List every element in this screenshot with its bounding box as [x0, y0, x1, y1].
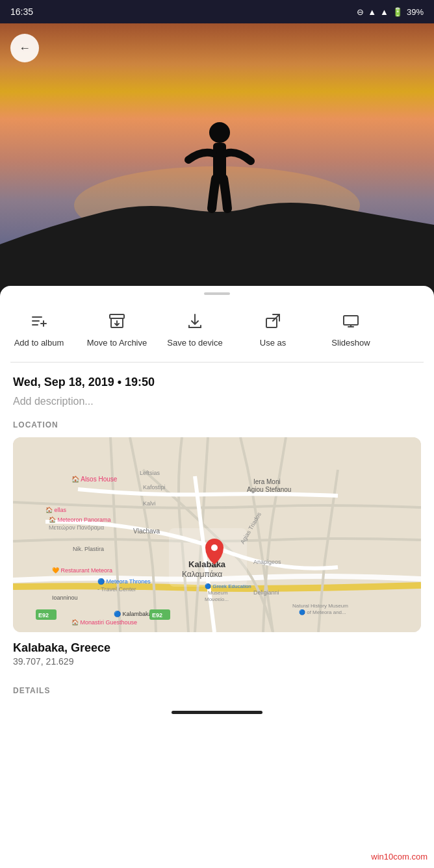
drag-handle-bar	[204, 292, 230, 295]
back-button[interactable]: ←	[10, 34, 39, 62]
svg-rect-2	[213, 143, 226, 179]
svg-text:Kalabaka: Kalabaka	[188, 559, 226, 569]
svg-text:Μουσείο...: Μουσείο...	[205, 596, 229, 602]
svg-text:E92: E92	[152, 612, 162, 619]
download-icon	[182, 308, 208, 334]
list-plus-icon	[26, 308, 52, 334]
location-name: Kalabaka, Greece	[13, 641, 421, 655]
svg-text:Nik. Plastira: Nik. Plastira	[73, 546, 104, 552]
svg-text:🏠 ellas: 🏠 ellas	[45, 506, 67, 514]
slideshow-icon	[338, 308, 364, 334]
svg-text:E92: E92	[38, 612, 49, 619]
photo-date: Wed, Sep 18, 2019 • 19:50	[13, 376, 421, 389]
svg-text:🏠 Alsos House: 🏠 Alsos House	[71, 475, 118, 483]
svg-text:Kafostipi: Kafostipi	[143, 484, 166, 491]
home-bar	[172, 711, 262, 714]
svg-text:🧡 Restaurant Meteora: 🧡 Restaurant Meteora	[52, 567, 112, 574]
save-to-device-label: Save to device	[167, 338, 222, 349]
svg-text:Museum: Museum	[208, 590, 228, 596]
map-container[interactable]: 🏠 Alsos House Iera Moni Agiou Stefanou 🏠…	[13, 437, 421, 632]
external-icon	[260, 308, 286, 334]
dnd-icon: ⊖	[357, 7, 364, 17]
battery-icon: 🔋	[392, 7, 403, 17]
svg-text:Μετεώρον Πανόραμα: Μετεώρον Πανόραμα	[49, 524, 104, 531]
actions-row: Add to album Move to Archive	[0, 299, 434, 362]
status-icons: ⊖ ▲ ▲ 🔋 39%	[357, 7, 424, 17]
svg-text:Agiou Stefanou: Agiou Stefanou	[247, 486, 291, 493]
svg-point-50	[211, 544, 218, 551]
location-label: LOCATION	[13, 420, 421, 429]
action-use-as[interactable]: Use as	[234, 305, 312, 351]
svg-text:🔵 Meteora Thrones: 🔵 Meteora Thrones	[97, 578, 151, 585]
archive-down-icon	[104, 308, 130, 334]
svg-text:🏠 Monastiri Guesthouse: 🏠 Monastiri Guesthouse	[71, 619, 137, 626]
battery-percent: 39%	[407, 7, 424, 17]
add-to-album-label: Add to album	[14, 338, 64, 349]
svg-text:Iera Moni: Iera Moni	[253, 478, 281, 485]
svg-rect-13	[344, 316, 358, 325]
svg-text:Vlachava: Vlachava	[133, 528, 160, 535]
svg-text:🏠 Meteoron Panorama: 🏠 Meteoron Panorama	[49, 516, 111, 524]
drag-handle[interactable]	[0, 286, 434, 299]
svg-text:Leftsias: Leftsias	[140, 470, 160, 476]
slideshow-label: Slideshow	[331, 338, 370, 349]
add-description[interactable]: Add description...	[13, 396, 421, 407]
time: 16:35	[10, 6, 33, 17]
photo-scene	[0, 23, 434, 296]
svg-text:Deligianni: Deligianni	[253, 589, 279, 596]
wifi-icon: ▲	[368, 7, 376, 17]
map-view: 🏠 Alsos House Iera Moni Agiou Stefanou 🏠…	[13, 437, 421, 632]
action-move-to-archive[interactable]: Move to Archive	[78, 305, 156, 351]
action-slideshow[interactable]: Slideshow	[312, 305, 390, 351]
svg-text:Anapigeos: Anapigeos	[253, 559, 281, 565]
svg-text:Καλαμπάκα: Καλαμπάκα	[182, 570, 222, 579]
svg-text:Kalvi: Kalvi	[143, 500, 156, 507]
status-bar: 16:35 ⊖ ▲ ▲ 🔋 39%	[0, 0, 434, 23]
photo-view: ←	[0, 23, 434, 296]
home-indicator	[0, 706, 434, 718]
svg-rect-11	[266, 318, 277, 327]
use-as-label: Use as	[260, 338, 286, 349]
metadata-section: Wed, Sep 18, 2019 • 19:50 Add descriptio…	[0, 363, 434, 686]
location-coords: 39.707, 21.629	[13, 656, 421, 667]
svg-text:🔵 Kalambaka: 🔵 Kalambaka	[114, 610, 152, 618]
svg-rect-8	[110, 314, 124, 318]
svg-text:Ioanninou: Ioanninou	[52, 594, 78, 601]
svg-text:Natural History Museum: Natural History Museum	[292, 603, 348, 609]
svg-text:- Travel Center: - Travel Center	[97, 586, 136, 593]
details-label: DETAILS	[0, 686, 434, 706]
watermark: win10com.com	[371, 852, 428, 862]
svg-text:🔵 Greek Education: 🔵 Greek Education	[205, 583, 251, 589]
move-to-archive-label: Move to Archive	[87, 338, 147, 349]
bottom-sheet: Add to album Move to Archive	[0, 286, 434, 718]
action-add-to-album[interactable]: Add to album	[0, 305, 78, 351]
signal-icon: ▲	[380, 7, 389, 17]
svg-point-1	[209, 122, 230, 143]
action-save-to-device[interactable]: Save to device	[156, 305, 234, 351]
svg-text:🔵 of Meteora and...: 🔵 of Meteora and...	[299, 609, 346, 615]
